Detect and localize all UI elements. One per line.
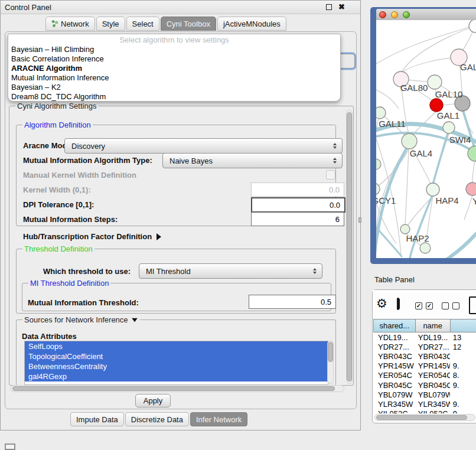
columns-icon[interactable] [397, 298, 399, 310]
network-node-gal10[interactable] [428, 75, 442, 89]
network-view-window[interactable]: GALGAL80GAL10GAL1GAL11SWI4GAL4GCY1HAP4YH… [370, 7, 476, 264]
network-node[interactable] [420, 243, 431, 253]
tab-cyni-toolbox[interactable]: Cyni Toolbox [161, 17, 216, 31]
minimized-panel-icon[interactable] [5, 444, 15, 450]
table-row[interactable]: YBR043CYBR043C [373, 351, 476, 361]
network-node-gal11[interactable] [376, 107, 386, 119]
apply-button[interactable]: Apply [135, 394, 171, 407]
checked-box-icon[interactable]: ✓ [415, 302, 422, 309]
table-row[interactable]: YDR27...YDR27...12 [373, 342, 476, 351]
table-row[interactable]: YBL079WYBL079W [373, 390, 476, 399]
tab-label: Infer Network [196, 415, 242, 424]
table-horizontal-scrollbar-thumb[interactable] [376, 415, 467, 420]
table-row[interactable]: YDL19...YDL19...13 [373, 332, 476, 342]
table-cell: YLR345W [415, 400, 450, 409]
tab-network[interactable]: Network [45, 17, 95, 31]
algorithm-option-bayesian-hill-climbing[interactable]: Bayesian – Hill Climbing [8, 45, 340, 54]
tab-style[interactable]: Style [96, 17, 125, 31]
which-threshold-combo[interactable]: MI Threshold [139, 263, 322, 279]
settings-vertical-scrollbar-thumb[interactable] [347, 112, 352, 381]
table-row[interactable]: YER054CYER054C8. [373, 371, 476, 380]
combo-stepper-icon [333, 158, 337, 164]
network-node-label: SWI4 [449, 135, 471, 145]
manual-kernel-width-label: Manual Kernel Width Definition [23, 171, 136, 180]
network-edge[interactable] [433, 133, 448, 184]
tab-discretize-data[interactable]: Discretize Data [125, 412, 189, 426]
network-edge[interactable] [405, 149, 409, 224]
mi-steps-label: Mutual Information Steps: [23, 215, 118, 224]
tab-select[interactable]: Select [126, 17, 159, 31]
checked-box-icon[interactable]: ✓ [426, 302, 433, 309]
cyni-bottom-tabbar: Impute DataDiscretize DataInfer Network [70, 413, 249, 426]
tab-jactivemnodules[interactable]: jActiveMNodules [217, 17, 286, 31]
unchecked-box-icon[interactable] [452, 302, 459, 309]
algorithm-option-aracne-algorithm[interactable]: ARACNE Algorithm [8, 64, 340, 73]
network-node-y[interactable] [466, 182, 476, 195]
network-edge[interactable] [442, 104, 455, 105]
unchecked-box-icon[interactable] [442, 302, 449, 309]
close-panel-icon[interactable]: ✖ [338, 4, 345, 10]
attributes-list-scrollbar-thumb[interactable] [328, 342, 333, 362]
network-edge[interactable] [472, 161, 475, 182]
network-node-gal1[interactable] [430, 99, 443, 112]
gear-icon[interactable]: ⚙ [376, 297, 387, 310]
network-node-swi4[interactable] [443, 122, 455, 133]
network-edge[interactable] [439, 234, 476, 258]
settings-horizontal-scrollbar-thumb[interactable] [12, 386, 335, 391]
dpi-tolerance-field[interactable]: 0.0 [251, 197, 345, 213]
network-edge[interactable] [402, 57, 459, 73]
splitter-handle[interactable] [358, 217, 361, 223]
cyni-settings-group-title: Cyni Algorithm Settings [15, 102, 98, 110]
algorithm-definition-title: Algorithm Definition [22, 120, 93, 129]
network-edge[interactable] [464, 195, 472, 220]
document-icon[interactable] [469, 296, 476, 314]
table-cell: YIL052C [373, 409, 415, 413]
table-row[interactable]: YIL052CYIL052C9 [373, 409, 476, 414]
zoom-light[interactable] [403, 11, 410, 18]
control-panel-titlebar: Control Panel ✖ [1, 1, 360, 14]
mi-steps-field[interactable]: 6 [251, 212, 344, 226]
network-node[interactable] [469, 20, 476, 32]
data-attribute-option-selfloops[interactable]: SelfLoops [25, 341, 328, 351]
network-graph[interactable]: GALGAL80GAL10GAL1GAL11SWI4GAL4GCY1HAP4YH… [376, 20, 476, 258]
algorithm-option-mutual-information-inference[interactable]: Mutual Information Inference [8, 73, 340, 83]
manual-kernel-width-checkbox[interactable] [326, 170, 335, 180]
float-panel-icon[interactable] [326, 4, 332, 10]
network-node-label: HAP2 [406, 233, 429, 243]
algorithm-option-bayesian-k2[interactable]: Bayesian – K2 [8, 83, 340, 92]
sources-group-title[interactable]: Sources for Network Inference [22, 315, 140, 324]
network-node[interactable] [376, 159, 381, 169]
table-cell: YIL052C [415, 409, 450, 413]
data-attribute-option-topologicalcoefficient[interactable]: TopologicalCoefficient [25, 351, 328, 361]
data-attribute-option-betweennesscentrality[interactable]: BetweennessCentrality [25, 361, 328, 371]
network-node-gal4[interactable] [402, 133, 417, 149]
algorithm-option-dream8-dc-tdc-algorithm[interactable]: Dream8 DC_TDC Algorithm [8, 92, 340, 102]
minimize-light[interactable] [391, 11, 398, 18]
algorithm-option-basic-correlation-inference[interactable]: Basic Correlation Inference [8, 54, 340, 64]
mi-threshold-field[interactable]: 0.5 [249, 295, 336, 309]
table-row[interactable]: YPR145WYPR145W9. [373, 361, 476, 371]
column-header-2[interactable] [450, 319, 476, 332]
kernel-width-field[interactable]: 0.0 [251, 182, 344, 197]
data-attributes-list[interactable]: SelfLoopsTopologicalCoefficientBetweenne… [24, 341, 328, 385]
tab-label: Style [102, 19, 119, 28]
data-attribute-option-gal4rgexp[interactable]: gal4RGexp [25, 371, 328, 381]
network-icon [51, 20, 58, 27]
mi-algorithm-type-combo[interactable]: Naive Bayes [162, 153, 343, 168]
aracne-mode-combo[interactable]: Discovery [64, 138, 343, 154]
column-header-name[interactable]: name [415, 319, 450, 332]
network-node-hap2[interactable] [400, 224, 410, 234]
table-row[interactable]: YLR345WYLR345W9. [373, 399, 476, 409]
network-window-titlebar[interactable] [376, 9, 476, 20]
table-cell: YBL079W [415, 390, 450, 399]
table-row[interactable]: YBR045CYBR045C9. [373, 380, 476, 390]
table-cell: YDR27... [373, 343, 415, 351]
close-light[interactable] [379, 11, 386, 18]
network-edge[interactable] [376, 90, 399, 109]
hub-definition-expander[interactable]: Hub/Transcription Factor Definition [23, 232, 161, 241]
tab-infer-network[interactable]: Infer Network [190, 412, 247, 426]
network-node-hap4[interactable] [426, 183, 439, 196]
tab-impute-data[interactable]: Impute Data [70, 412, 124, 426]
column-header-shared[interactable]: shared... [373, 319, 415, 332]
network-canvas[interactable]: GALGAL80GAL10GAL1GAL11SWI4GAL4GCY1HAP4YH… [376, 20, 476, 258]
